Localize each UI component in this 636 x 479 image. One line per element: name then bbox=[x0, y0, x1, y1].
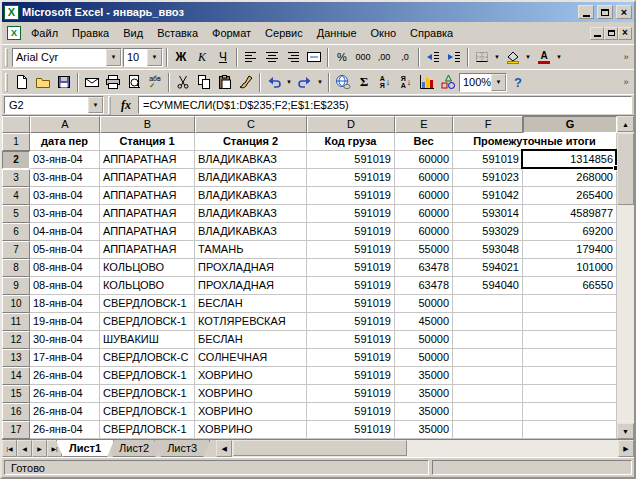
cell-A4[interactable]: 03-янв-04 bbox=[30, 187, 100, 205]
align-center-button[interactable] bbox=[262, 47, 282, 67]
toolbar-options-button[interactable]: » bbox=[620, 72, 632, 92]
cell-F12[interactable] bbox=[453, 331, 523, 349]
print-button[interactable] bbox=[103, 72, 123, 92]
cell-C11[interactable]: КОТЛЯРЕВСКАЯ bbox=[195, 313, 307, 331]
copy-button[interactable] bbox=[194, 72, 214, 92]
cell-C13[interactable]: СОЛНЕЧНАЯ bbox=[195, 349, 307, 367]
cell-G4[interactable]: 265400 bbox=[523, 187, 617, 205]
cell-B12[interactable]: ШУВАКИШ bbox=[100, 331, 195, 349]
cell-E13[interactable]: 50000 bbox=[395, 349, 453, 367]
cell-F10[interactable] bbox=[453, 295, 523, 313]
cell-C15[interactable]: ХОВРИНО bbox=[195, 385, 307, 403]
cell-C4[interactable]: ВЛАДИКАВКАЗ bbox=[195, 187, 307, 205]
cell-B14[interactable]: СВЕРДЛОВСК-1 bbox=[100, 367, 195, 385]
cell-F16[interactable] bbox=[453, 403, 523, 421]
maximize-button[interactable] bbox=[597, 5, 613, 19]
cell-A7[interactable]: 05-янв-04 bbox=[30, 241, 100, 259]
cell-E5[interactable]: 60000 bbox=[395, 205, 453, 223]
cell-F4[interactable]: 591042 bbox=[453, 187, 523, 205]
cell-B3[interactable]: АППАРАТНАЯ bbox=[100, 169, 195, 187]
scroll-up-button[interactable]: ▲ bbox=[617, 116, 634, 132]
cell-A8[interactable]: 08-янв-04 bbox=[30, 259, 100, 277]
menu-item-6[interactable]: Данные bbox=[310, 24, 364, 43]
cell-A9[interactable]: 08-янв-04 bbox=[30, 277, 100, 295]
cell-D4[interactable]: 591019 bbox=[307, 187, 395, 205]
print-preview-button[interactable] bbox=[124, 72, 144, 92]
decrease-decimal-button[interactable]: ,0 bbox=[395, 47, 415, 67]
cell-F6[interactable]: 593029 bbox=[453, 223, 523, 241]
cell-G5[interactable]: 4589877 bbox=[523, 205, 617, 223]
menu-item-8[interactable]: Справка bbox=[403, 24, 460, 43]
menu-item-4[interactable]: Формат bbox=[205, 24, 258, 43]
cell-B1[interactable]: Станция 1 bbox=[100, 133, 195, 151]
cell-B15[interactable]: СВЕРДЛОВСК-1 bbox=[100, 385, 195, 403]
cut-button[interactable] bbox=[173, 72, 193, 92]
menu-item-5[interactable]: Сервис bbox=[258, 24, 310, 43]
cell-C3[interactable]: ВЛАДИКАВКАЗ bbox=[195, 169, 307, 187]
cell-C17[interactable]: ХОВРИНО bbox=[195, 421, 307, 439]
cell-B17[interactable]: СВЕРДЛОВСК-1 bbox=[100, 421, 195, 439]
cell-A14[interactable]: 26-янв-04 bbox=[30, 367, 100, 385]
formula-bar-grip[interactable] bbox=[108, 96, 111, 115]
comma-style-button[interactable]: 000 bbox=[353, 47, 373, 67]
previous-sheet-button[interactable]: ◀ bbox=[17, 440, 32, 457]
menu-item-2[interactable]: Вид bbox=[116, 24, 150, 43]
cell-A13[interactable]: 17-янв-04 bbox=[30, 349, 100, 367]
cell-B10[interactable]: СВЕРДЛОВСК-1 bbox=[100, 295, 195, 313]
cell-F17[interactable] bbox=[453, 421, 523, 439]
menu-item-0[interactable]: Файл bbox=[24, 24, 65, 43]
row-header-5[interactable]: 5 bbox=[2, 205, 30, 223]
font-color-dropdown[interactable]: ▼ bbox=[554, 47, 564, 67]
cell-G8[interactable]: 101000 bbox=[523, 259, 617, 277]
align-right-button[interactable] bbox=[283, 47, 303, 67]
col-header-E[interactable]: E bbox=[395, 116, 453, 133]
borders-dropdown[interactable]: ▼ bbox=[492, 47, 502, 67]
first-sheet-button[interactable]: |◀ bbox=[2, 440, 17, 457]
fill-color-button[interactable] bbox=[503, 47, 523, 67]
cell-C10[interactable]: БЕСЛАН bbox=[195, 295, 307, 313]
sort-ascending-button[interactable]: АЯ↓ bbox=[375, 72, 395, 92]
close-button[interactable]: × bbox=[616, 5, 632, 19]
cell-E3[interactable]: 60000 bbox=[395, 169, 453, 187]
cell-C8[interactable]: ПРОХЛАДНАЯ bbox=[195, 259, 307, 277]
cell-A2[interactable]: 03-янв-04 bbox=[30, 151, 100, 169]
row-header-13[interactable]: 13 bbox=[2, 349, 30, 367]
col-header-A[interactable]: A bbox=[30, 116, 100, 133]
cell-D3[interactable]: 591019 bbox=[307, 169, 395, 187]
cell-A3[interactable]: 03-янв-04 bbox=[30, 169, 100, 187]
cell-F2[interactable]: 591019 bbox=[453, 151, 523, 169]
cell-C12[interactable]: БЕСЛАН bbox=[195, 331, 307, 349]
cell-D9[interactable]: 591019 bbox=[307, 277, 395, 295]
cell-F14[interactable] bbox=[453, 367, 523, 385]
cell-G11[interactable] bbox=[523, 313, 617, 331]
borders-button[interactable] bbox=[472, 47, 492, 67]
cell-G12[interactable] bbox=[523, 331, 617, 349]
cell-B2[interactable]: АППАРАТНАЯ bbox=[100, 151, 195, 169]
cell-G9[interactable]: 66550 bbox=[523, 277, 617, 295]
col-header-B[interactable]: B bbox=[100, 116, 195, 133]
toolbar-grip[interactable] bbox=[5, 48, 8, 67]
cell-D14[interactable]: 591019 bbox=[307, 367, 395, 385]
cell-G6[interactable]: 69200 bbox=[523, 223, 617, 241]
cell-E15[interactable]: 35000 bbox=[395, 385, 453, 403]
cell-B9[interactable]: КОЛЬЦОВО bbox=[100, 277, 195, 295]
cell-C6[interactable]: ВЛАДИКАВКАЗ bbox=[195, 223, 307, 241]
cell-G3[interactable]: 268000 bbox=[523, 169, 617, 187]
cell-A12[interactable]: 30-янв-04 bbox=[30, 331, 100, 349]
cell-B8[interactable]: КОЛЬЦОВО bbox=[100, 259, 195, 277]
cell-C7[interactable]: ТАМАНЬ bbox=[195, 241, 307, 259]
cell-D12[interactable]: 591019 bbox=[307, 331, 395, 349]
format-painter-button[interactable] bbox=[236, 72, 256, 92]
cell-E17[interactable]: 35000 bbox=[395, 421, 453, 439]
cell-A1[interactable]: дата пер bbox=[30, 133, 100, 151]
toolbar-grip[interactable] bbox=[5, 73, 8, 92]
percent-style-button[interactable]: % bbox=[332, 47, 352, 67]
drawing-button[interactable] bbox=[438, 72, 458, 92]
cell-D10[interactable]: 591019 bbox=[307, 295, 395, 313]
cell-G7[interactable]: 179400 bbox=[523, 241, 617, 259]
menu-item-7[interactable]: Окно bbox=[364, 24, 404, 43]
sort-descending-button[interactable]: ЯА↓ bbox=[396, 72, 416, 92]
workbook-icon[interactable]: X bbox=[7, 26, 21, 40]
cell-G14[interactable] bbox=[523, 367, 617, 385]
cell-C9[interactable]: ПРОХЛАДНАЯ bbox=[195, 277, 307, 295]
